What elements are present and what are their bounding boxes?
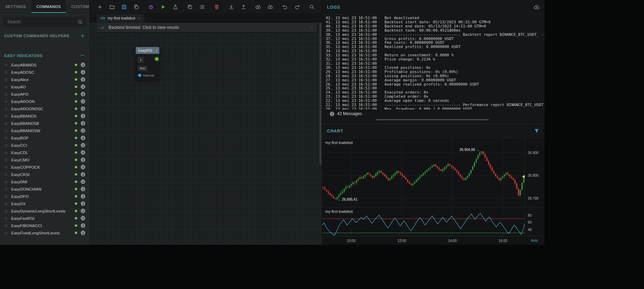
undo-icon[interactable] — [282, 4, 288, 10]
duplicate-icon[interactable] — [187, 4, 193, 10]
info-icon[interactable]: i — [81, 201, 85, 206]
backtest-notification[interactable]: Backtest finished. Click to view results — [97, 23, 317, 32]
import-icon[interactable] — [229, 4, 234, 10]
export-icon[interactable] — [241, 4, 246, 10]
star-icon[interactable]: ☆ — [4, 150, 11, 155]
indicator-item[interactable]: ☆EasyBOPi — [0, 134, 89, 142]
indicator-item[interactable]: ☆EasyADOSCi — [0, 69, 89, 76]
info-icon[interactable]: i — [81, 128, 85, 133]
auto-scale-toggle[interactable]: Auto — [525, 236, 544, 245]
info-icon[interactable]: i — [81, 63, 85, 67]
collapse-section-icon[interactable] — [80, 53, 85, 58]
run-backtest-icon[interactable] — [160, 4, 166, 10]
indicator-item[interactable]: ☆EasyDynamicLongShortLevelsi — [0, 207, 89, 215]
info-icon[interactable]: i — [81, 99, 85, 104]
indicator-item[interactable]: ☆EasyFIBONACCIi — [0, 222, 89, 229]
sidebar-tab-settings[interactable]: SETTINGS — [0, 0, 31, 13]
indicator-item[interactable]: ☆EasyBBANDSi — [0, 112, 89, 120]
info-icon[interactable]: i — [81, 92, 85, 96]
script-canvas[interactable]: Backtest finished. Click to view results… — [90, 23, 322, 245]
info-icon[interactable]: i — [81, 216, 85, 220]
sidebar-tab-commands[interactable]: COMMANDS — [31, 0, 66, 13]
info-icon[interactable]: i — [81, 172, 85, 177]
node-easyrsi[interactable]: EasyRSI i 1 RSI Interval — [136, 47, 159, 80]
chart-filter-icon[interactable] — [534, 128, 540, 134]
quick-test-icon[interactable] — [173, 4, 178, 10]
info-icon[interactable]: i — [81, 150, 85, 155]
notification-close-icon[interactable] — [309, 25, 313, 30]
export-logs-cloud-icon[interactable] — [534, 4, 540, 10]
sidebar-tab-customize[interactable]: CUSTOMIZE — [66, 0, 90, 13]
tab-close-icon[interactable] — [137, 16, 141, 20]
list-view-icon[interactable] — [199, 4, 205, 10]
star-icon[interactable]: ☆ — [4, 85, 11, 89]
add-custom-command-icon[interactable] — [80, 33, 85, 38]
star-icon[interactable]: ☆ — [4, 165, 11, 170]
search-box[interactable] — [3, 17, 86, 27]
rsi-axis[interactable]: 806040 — [525, 207, 544, 236]
find-icon[interactable] — [309, 4, 315, 10]
star-icon[interactable]: ☆ — [4, 187, 11, 192]
logs-scrollbar-thumb[interactable] — [375, 119, 489, 120]
star-icon[interactable]: ☆ — [4, 216, 11, 221]
info-icon[interactable]: i — [81, 231, 85, 235]
price-axis[interactable]: 26.90026.80026.700 — [525, 138, 544, 207]
log-list[interactable]: 42.13 mei 23 16:51:00Bot deactivated41.1… — [322, 15, 544, 110]
price-pane[interactable]: my first tradebot 26.904,98 →← 26.695,41 — [322, 138, 525, 207]
star-icon[interactable]: ☆ — [4, 99, 11, 104]
indicator-item[interactable]: ☆EasyDMIi — [0, 178, 89, 185]
info-icon[interactable]: i — [81, 85, 85, 89]
star-icon[interactable]: ☆ — [4, 77, 11, 82]
info-icon[interactable]: i — [81, 106, 85, 111]
indicator-item[interactable]: ☆EasyAROONOSCi — [0, 105, 89, 112]
cloud-upload-icon[interactable] — [268, 4, 273, 10]
indicator-item[interactable]: ☆EasyCOPPOCKi — [0, 163, 89, 171]
rsi-pane[interactable]: my first tradebot — [322, 207, 525, 236]
indicator-item[interactable]: ☆EasyDXi — [0, 200, 89, 207]
info-icon[interactable]: i — [81, 209, 85, 213]
star-icon[interactable]: ☆ — [4, 63, 11, 67]
star-icon[interactable]: ☆ — [4, 136, 11, 141]
info-icon[interactable]: i — [81, 187, 85, 191]
node-param-type[interactable]: RSI — [138, 66, 147, 71]
messages-summary[interactable]: i 42 Messages — [322, 110, 544, 118]
indicator-item[interactable]: ☆EasyDPOi — [0, 193, 89, 200]
info-icon[interactable]: i — [81, 70, 85, 74]
info-icon[interactable]: i — [81, 158, 85, 162]
debug-icon[interactable] — [148, 4, 154, 10]
star-icon[interactable]: ☆ — [4, 179, 11, 184]
node-output-port[interactable] — [155, 57, 158, 61]
star-icon[interactable]: ☆ — [4, 121, 11, 126]
star-icon[interactable]: ☆ — [4, 209, 11, 214]
custom-commands-section-header[interactable]: CUSTOM COMMANDS HELPERS — [0, 28, 89, 43]
star-icon[interactable]: ☆ — [4, 194, 11, 199]
node-param-interval-value[interactable]: 1 — [138, 57, 143, 63]
save-icon[interactable] — [121, 4, 127, 10]
new-icon[interactable] — [97, 4, 103, 10]
delete-icon[interactable] — [214, 4, 220, 10]
star-icon[interactable]: ☆ — [4, 201, 11, 206]
indicator-item[interactable]: ☆EasyCCIi — [0, 142, 89, 149]
indicator-item[interactable]: ☆EasyAOi — [0, 83, 89, 90]
indicator-item[interactable]: ☆EasyCDLi — [0, 149, 89, 156]
indicator-item[interactable]: ☆EasyCMOi — [0, 156, 89, 163]
indicator-item[interactable]: ☆EasyFixedLongShortLevelsi — [0, 229, 89, 236]
cloud-download-icon[interactable] — [255, 4, 261, 10]
search-input[interactable] — [7, 19, 78, 25]
indicator-item[interactable]: ☆EasyABANDSi — [0, 61, 89, 69]
star-icon[interactable]: ☆ — [4, 158, 11, 162]
node-header[interactable]: EasyRSI i — [136, 47, 159, 54]
indicator-item[interactable]: ☆EasyCRSIi — [0, 171, 89, 178]
star-icon[interactable]: ☆ — [4, 143, 11, 148]
logs-horizontal-scrollbar[interactable] — [326, 119, 540, 121]
open-icon[interactable] — [109, 4, 115, 10]
indicator-item[interactable]: ☆EasyBBANDSBi — [0, 120, 89, 127]
info-icon[interactable]: i — [81, 77, 85, 82]
info-icon[interactable]: i — [81, 143, 85, 147]
canvas-scrollbar-thumb[interactable] — [319, 23, 321, 165]
editor-tab[interactable]: </> my first tradebot — [97, 14, 144, 22]
redo-icon[interactable] — [294, 4, 300, 10]
chart-body[interactable]: my first tradebot 26.904,98 →← 26.695,41… — [322, 138, 544, 245]
info-icon[interactable]: i — [81, 223, 85, 228]
info-icon[interactable]: i — [81, 121, 85, 126]
